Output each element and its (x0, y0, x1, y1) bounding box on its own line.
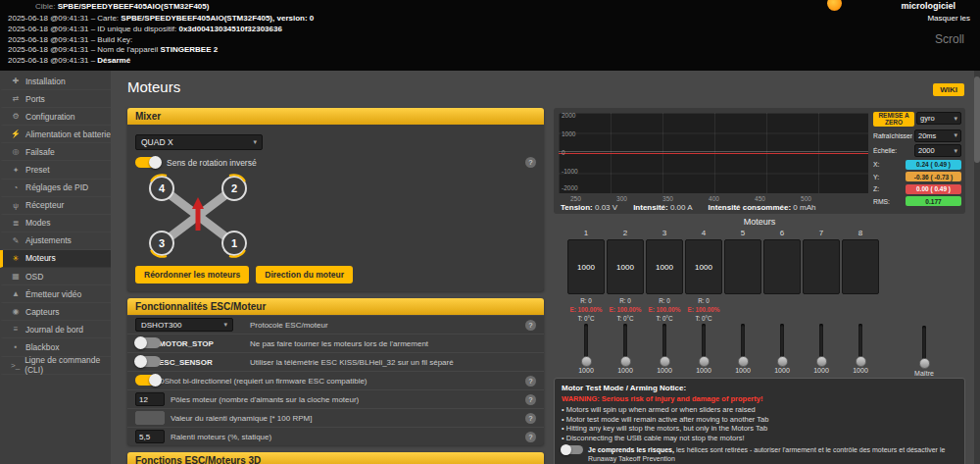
slider-handle[interactable] (919, 358, 930, 369)
help-icon[interactable]: ? (525, 376, 536, 387)
firmware-tab-label[interactable]: micrologiciel (901, 1, 956, 11)
motor-stop-toggle[interactable] (135, 337, 161, 348)
motor-7-slider[interactable] (802, 324, 841, 367)
motor-4-slider[interactable] (684, 324, 723, 367)
motor-5-slider[interactable] (723, 324, 762, 367)
motor-1-slider[interactable] (566, 324, 606, 367)
log-line: 2025-06-18 @09:41:31 – ID unique du disp… (8, 25, 314, 35)
agree-row: Je comprends les risques, les hélices so… (562, 445, 957, 463)
slider-handle[interactable] (777, 356, 788, 367)
motor-1-number: 1 (231, 237, 237, 249)
motor-4-value-box: 1000 (685, 239, 722, 294)
motor-2-number: 2 (231, 182, 237, 194)
page-scrollbar[interactable] (974, 71, 980, 464)
slider-handle[interactable] (620, 356, 631, 367)
modes-icon: ≣ (11, 219, 21, 228)
main-content: Moteurs WIKI Mixer QUAD X▾ Sens de rotat… (111, 71, 980, 464)
sidebar-item-receiver[interactable]: ψRécepteur (0, 197, 111, 215)
dynamic-idle-row: Valeur du ralenti dynamique [* 100 RPM] … (127, 408, 544, 427)
motor-poles-input[interactable] (135, 392, 165, 406)
motor-poles-row: Pôles moteur (nombre d'aimants sur la cl… (127, 389, 544, 408)
esc-protocol-select[interactable]: DSHOT300▾ (135, 318, 233, 332)
motor-column-7: 7 (802, 229, 841, 324)
reversed-motor-direction-toggle[interactable] (135, 157, 161, 168)
motor-3-value-box: 1000 (646, 239, 683, 294)
vtx-icon: ▲ (11, 289, 21, 298)
hide-logs-link[interactable]: Masquer les (927, 14, 970, 23)
sidebar-item-configuration[interactable]: ⚙Configuration (0, 108, 111, 126)
slider-handle[interactable] (738, 356, 749, 367)
sidebar-item-logging[interactable]: ≡Journal de bord (0, 321, 111, 338)
slider-handle[interactable] (816, 356, 827, 367)
voltage-value: 0.03 V (595, 203, 617, 212)
help-icon[interactable]: ? (525, 157, 536, 168)
graph-controls: REMISE A ZERO gyro▾ Rafraîchissement: 20… (873, 112, 961, 206)
reorder-motors-button[interactable]: Réordonner les moteurs (135, 266, 249, 284)
slider-handle[interactable] (581, 356, 592, 367)
x-axis-ticks: 250 300 350 400 450 500 (559, 195, 868, 202)
log-icon: ≡ (11, 325, 21, 334)
bidirectional-dshot-toggle[interactable] (135, 375, 161, 386)
wiki-button[interactable]: WIKI (933, 83, 964, 96)
motor-slider-values: 1000 1000 1000 1000 1000 1000 1000 1000 (566, 367, 880, 374)
help-icon[interactable]: ? (525, 413, 536, 424)
help-icon[interactable]: ? (525, 432, 536, 442)
motor-3-slider[interactable] (645, 324, 684, 367)
log-lines: 2025-06-18 @09:41:31 – Carte: SPBE/SPEED… (8, 14, 314, 67)
log-scroll-label[interactable]: Scroll (935, 32, 964, 46)
y-axis-tick: -1000 (562, 168, 578, 175)
sidebar-item-modes[interactable]: ≣Modes (0, 215, 111, 232)
esc-features-header: Fonctionnalités ESC/Moteur (127, 298, 544, 315)
motor-column-6: 6 (762, 229, 802, 324)
terminal-icon: >_ (11, 361, 20, 370)
betaflight-configurator-window: Cible: SPBE/SPEEDYBEEF405AIO(STM32F405) … (0, 0, 980, 464)
sidebar-item-ports[interactable]: ⇄Ports (0, 90, 111, 108)
help-icon[interactable]: ? (525, 394, 536, 405)
y-axis-tick: 1000 (562, 130, 575, 137)
slider-handle[interactable] (856, 356, 866, 367)
blackbox-icon: ▪ (11, 342, 21, 351)
slider-handle[interactable] (660, 356, 670, 367)
sidebar-item-power-battery[interactable]: ⚡Alimentation et batterie (0, 126, 111, 143)
osd-icon: ▦ (11, 272, 21, 281)
left-column: Mixer QUAD X▾ Sens de rotation inversé ? (127, 108, 544, 464)
failsafe-icon: ◎ (11, 147, 21, 156)
refresh-rate-select[interactable]: 20ms▾ (914, 129, 961, 142)
sidebar-item-pid-tuning[interactable]: ◔Réglages de PID (0, 180, 111, 197)
sidebar-item-video-transmitter[interactable]: ▲Émetteur vidéo (0, 285, 111, 303)
static-idle-input[interactable] (135, 430, 165, 443)
sidebar-item-installation[interactable]: ✚Installation (0, 73, 111, 90)
graph-source-select[interactable]: gyro▾ (916, 112, 961, 125)
slider-handle[interactable] (699, 356, 710, 367)
mixer-type-select[interactable]: QUAD X▾ (135, 134, 263, 150)
firmware-logo-icon (827, 0, 842, 11)
zero-line-trace (559, 153, 868, 154)
agree-risks-label: Je comprends les risques, les hélices so… (588, 445, 957, 463)
motor-columns: 11000R: 0E: 100.00%T: 0°C 21000R: 0E: 10… (566, 229, 965, 324)
scrollbar-thumb[interactable] (974, 77, 980, 163)
gear-icon: ⚙ (11, 112, 21, 121)
motor-2-slider[interactable] (606, 324, 645, 367)
chevron-down-icon: ▾ (954, 147, 957, 155)
help-icon[interactable]: ? (525, 320, 536, 331)
sidebar-item-presets[interactable]: ✦Preset (0, 161, 111, 179)
dynamic-idle-input (135, 411, 165, 425)
motor-8-slider[interactable] (841, 324, 880, 367)
motor-column-8: 8 (841, 229, 880, 324)
zero-reset-button[interactable]: REMISE A ZERO (873, 112, 914, 127)
sidebar-item-osd[interactable]: ▦OSD (0, 268, 111, 285)
sidebar-item-sensors[interactable]: ◉Capteurs (0, 303, 111, 321)
sidebar-item-cli[interactable]: >_Ligne de commande (CLI) (0, 357, 111, 375)
sidebar-item-motors[interactable]: ✳Moteurs (0, 250, 111, 268)
sidebar-item-failsafe[interactable]: ◎Failsafe (0, 143, 111, 161)
motors-title: Moteurs (554, 217, 965, 227)
sidebar-item-adjustments[interactable]: ✎Ajustements (0, 232, 111, 250)
motor-6-slider[interactable] (762, 324, 802, 367)
agree-risks-toggle[interactable] (562, 445, 583, 454)
master-slider[interactable] (905, 326, 944, 369)
esc-sensor-toggle[interactable] (135, 356, 161, 367)
scale-select[interactable]: 2000▾ (914, 144, 961, 157)
mixer-section-header: Mixer (127, 108, 544, 125)
motor-direction-button[interactable]: Direction du moteur (256, 266, 353, 284)
sidebar-item-blackbox[interactable]: ▪Blackbox (0, 338, 111, 356)
